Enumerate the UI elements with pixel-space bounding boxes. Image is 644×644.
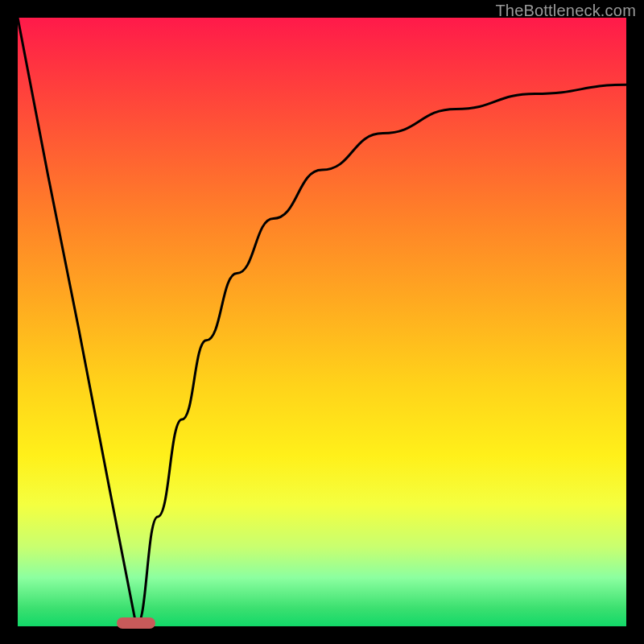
minimum-marker — [117, 617, 155, 629]
curve-layer — [18, 18, 626, 626]
right-branch-line — [136, 85, 626, 626]
watermark-text: TheBottleneck.com — [495, 2, 636, 20]
left-branch-line — [18, 18, 136, 626]
chart-frame: TheBottleneck.com — [0, 0, 644, 644]
